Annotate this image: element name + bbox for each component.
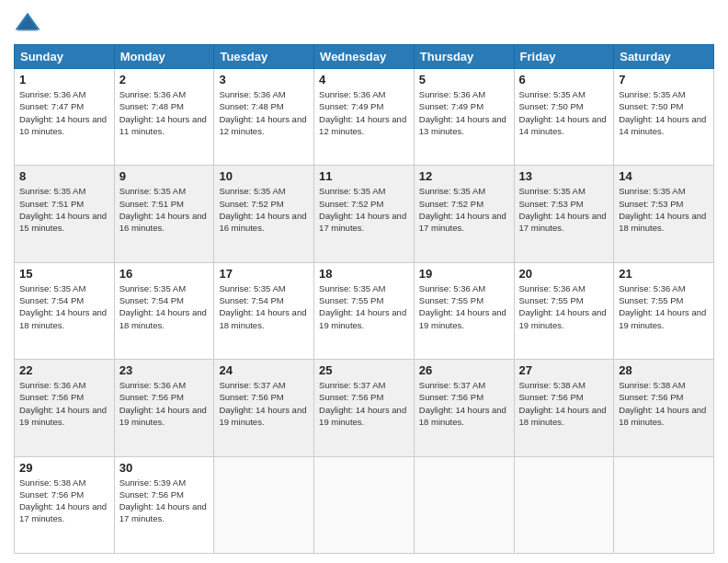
sunrise-label: Sunrise: 5:35 AM [619, 89, 685, 99]
daylight-label: Daylight: 14 hours and 17 minutes. [119, 501, 207, 523]
day-info: Sunrise: 5:35 AM Sunset: 7:53 PM Dayligh… [619, 185, 709, 234]
calendar-cell: 3 Sunrise: 5:36 AM Sunset: 7:48 PM Dayli… [214, 69, 314, 166]
daylight-label: Daylight: 14 hours and 18 minutes. [219, 307, 306, 329]
header-cell-friday: Friday [514, 45, 614, 69]
day-number: 4 [319, 73, 409, 86]
daylight-label: Daylight: 14 hours and 18 minutes. [419, 405, 506, 427]
day-info: Sunrise: 5:36 AM Sunset: 7:48 PM Dayligh… [119, 88, 210, 137]
day-info: Sunrise: 5:35 AM Sunset: 7:52 PM Dayligh… [319, 185, 409, 234]
daylight-label: Daylight: 14 hours and 19 minutes. [319, 405, 406, 427]
sunrise-label: Sunrise: 5:37 AM [319, 380, 385, 390]
day-info: Sunrise: 5:35 AM Sunset: 7:50 PM Dayligh… [519, 88, 609, 137]
sunset-label: Sunset: 7:50 PM [619, 101, 683, 111]
sunset-label: Sunset: 7:56 PM [119, 489, 184, 500]
sunrise-label: Sunrise: 5:35 AM [619, 186, 685, 196]
calendar-cell: 14 Sunrise: 5:35 AM Sunset: 7:53 PM Dayl… [614, 166, 714, 262]
calendar-cell: 17 Sunrise: 5:35 AM Sunset: 7:54 PM Dayl… [214, 262, 314, 359]
calendar-cell: 18 Sunrise: 5:35 AM Sunset: 7:55 PM Dayl… [314, 262, 415, 359]
day-info: Sunrise: 5:35 AM Sunset: 7:51 PM Dayligh… [19, 185, 109, 234]
day-number: 6 [519, 73, 609, 86]
calendar-cell: 19 Sunrise: 5:36 AM Sunset: 7:55 PM Dayl… [414, 262, 514, 359]
day-info: Sunrise: 5:35 AM Sunset: 7:54 PM Dayligh… [219, 282, 309, 331]
header [14, 9, 714, 37]
day-info: Sunrise: 5:35 AM Sunset: 7:52 PM Dayligh… [219, 185, 309, 234]
day-number: 27 [519, 363, 609, 377]
sunrise-label: Sunrise: 5:35 AM [319, 186, 385, 196]
calendar-cell [414, 456, 514, 553]
sunrise-label: Sunrise: 5:38 AM [619, 380, 685, 390]
day-info: Sunrise: 5:36 AM Sunset: 7:55 PM Dayligh… [619, 282, 709, 331]
sunset-label: Sunset: 7:56 PM [19, 392, 84, 402]
sunset-label: Sunset: 7:55 PM [519, 295, 584, 305]
calendar-cell [514, 456, 614, 553]
day-info: Sunrise: 5:38 AM Sunset: 7:56 PM Dayligh… [519, 379, 609, 428]
daylight-label: Daylight: 14 hours and 18 minutes. [619, 211, 706, 233]
day-info: Sunrise: 5:37 AM Sunset: 7:56 PM Dayligh… [419, 379, 509, 428]
calendar-cell: 27 Sunrise: 5:38 AM Sunset: 7:56 PM Dayl… [514, 360, 614, 456]
calendar-cell: 1 Sunrise: 5:36 AM Sunset: 7:47 PM Dayli… [15, 69, 115, 166]
day-number: 26 [419, 363, 509, 377]
calendar-cell: 26 Sunrise: 5:37 AM Sunset: 7:56 PM Dayl… [414, 360, 514, 456]
day-number: 3 [219, 73, 309, 86]
sunrise-label: Sunrise: 5:35 AM [19, 283, 85, 293]
sunset-label: Sunset: 7:51 PM [19, 199, 84, 209]
daylight-label: Daylight: 14 hours and 19 minutes. [119, 405, 207, 427]
day-info: Sunrise: 5:37 AM Sunset: 7:56 PM Dayligh… [319, 379, 409, 428]
day-info: Sunrise: 5:36 AM Sunset: 7:49 PM Dayligh… [319, 88, 409, 137]
sunrise-label: Sunrise: 5:38 AM [519, 380, 586, 390]
sunrise-label: Sunrise: 5:35 AM [119, 283, 186, 293]
day-number: 1 [19, 73, 109, 86]
day-info: Sunrise: 5:35 AM Sunset: 7:55 PM Dayligh… [319, 282, 409, 331]
day-number: 28 [619, 363, 709, 377]
day-number: 18 [319, 267, 409, 281]
calendar-cell: 11 Sunrise: 5:35 AM Sunset: 7:52 PM Dayl… [314, 166, 415, 262]
sunrise-label: Sunrise: 5:35 AM [519, 89, 586, 99]
day-number: 2 [119, 73, 210, 86]
sunset-label: Sunset: 7:48 PM [219, 101, 283, 111]
logo [14, 9, 45, 37]
sunset-label: Sunset: 7:53 PM [519, 199, 584, 209]
sunset-label: Sunset: 7:48 PM [119, 101, 184, 111]
day-info: Sunrise: 5:35 AM Sunset: 7:54 PM Dayligh… [19, 282, 109, 331]
daylight-label: Daylight: 14 hours and 19 minutes. [319, 307, 406, 329]
logo-icon [14, 9, 41, 37]
sunset-label: Sunset: 7:52 PM [319, 199, 383, 209]
day-number: 23 [119, 363, 210, 377]
sunset-label: Sunset: 7:56 PM [419, 392, 483, 402]
day-info: Sunrise: 5:36 AM Sunset: 7:56 PM Dayligh… [19, 379, 109, 428]
sunset-label: Sunset: 7:52 PM [419, 199, 483, 209]
sunset-label: Sunset: 7:55 PM [319, 295, 383, 305]
sunset-label: Sunset: 7:56 PM [19, 489, 84, 500]
calendar-cell: 15 Sunrise: 5:35 AM Sunset: 7:54 PM Dayl… [15, 262, 115, 359]
sunset-label: Sunset: 7:56 PM [619, 392, 683, 402]
sunset-label: Sunset: 7:56 PM [319, 392, 383, 402]
daylight-label: Daylight: 14 hours and 18 minutes. [19, 307, 107, 329]
sunrise-label: Sunrise: 5:35 AM [419, 186, 485, 196]
calendar-cell: 30 Sunrise: 5:39 AM Sunset: 7:56 PM Dayl… [114, 456, 214, 553]
day-number: 13 [519, 169, 609, 183]
sunset-label: Sunset: 7:52 PM [219, 199, 283, 209]
daylight-label: Daylight: 14 hours and 17 minutes. [419, 211, 506, 233]
daylight-label: Daylight: 14 hours and 19 minutes. [419, 307, 506, 329]
calendar-cell: 5 Sunrise: 5:36 AM Sunset: 7:49 PM Dayli… [414, 69, 514, 166]
calendar-cell: 8 Sunrise: 5:35 AM Sunset: 7:51 PM Dayli… [15, 166, 115, 262]
sunrise-label: Sunrise: 5:35 AM [119, 186, 186, 196]
day-info: Sunrise: 5:36 AM Sunset: 7:55 PM Dayligh… [419, 282, 509, 331]
sunrise-label: Sunrise: 5:36 AM [19, 380, 85, 390]
sunrise-label: Sunrise: 5:36 AM [419, 89, 485, 99]
sunrise-label: Sunrise: 5:36 AM [319, 89, 385, 99]
daylight-label: Daylight: 14 hours and 19 minutes. [19, 405, 107, 427]
daylight-label: Daylight: 14 hours and 18 minutes. [519, 405, 607, 427]
sunrise-label: Sunrise: 5:38 AM [19, 477, 85, 488]
day-info: Sunrise: 5:35 AM Sunset: 7:51 PM Dayligh… [119, 185, 210, 234]
day-info: Sunrise: 5:38 AM Sunset: 7:56 PM Dayligh… [619, 379, 709, 428]
calendar-cell [614, 456, 714, 553]
sunrise-label: Sunrise: 5:39 AM [119, 477, 186, 488]
calendar-cell: 28 Sunrise: 5:38 AM Sunset: 7:56 PM Dayl… [614, 360, 714, 456]
sunrise-label: Sunrise: 5:36 AM [419, 283, 485, 293]
daylight-label: Daylight: 14 hours and 12 minutes. [219, 114, 306, 136]
daylight-label: Daylight: 14 hours and 19 minutes. [619, 307, 706, 329]
day-number: 12 [419, 169, 509, 183]
sunrise-label: Sunrise: 5:36 AM [119, 89, 186, 99]
day-number: 11 [319, 169, 409, 183]
